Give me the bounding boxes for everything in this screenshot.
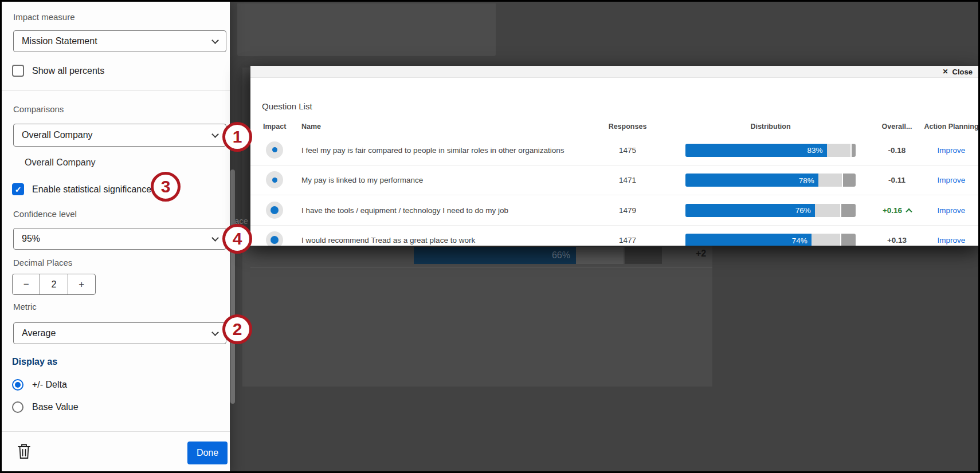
bar-segment-unfavorable bbox=[841, 234, 856, 246]
metric-value: Average bbox=[22, 328, 56, 338]
footer-divider bbox=[2, 431, 230, 432]
bar-segment-favorable: 76% bbox=[685, 204, 815, 217]
bar-segment-neutral bbox=[818, 174, 842, 187]
bar-percent-label: 76% bbox=[795, 206, 811, 215]
done-button[interactable]: Done bbox=[187, 442, 228, 464]
responses-value: 1477 bbox=[589, 236, 667, 245]
table-row[interactable]: I feel my pay is fair compared to people… bbox=[250, 135, 980, 165]
distribution-bar: 76% bbox=[685, 204, 856, 217]
dimmed-bar-segment-dark bbox=[625, 247, 662, 264]
impact-dot bbox=[266, 202, 283, 219]
bar-segment-favorable: 78% bbox=[685, 174, 818, 187]
impact-dot-inner bbox=[272, 178, 277, 183]
close-button[interactable]: ✕ Close bbox=[943, 68, 973, 76]
dimmed-row-divider bbox=[250, 267, 712, 268]
question-list-title: Question List bbox=[262, 101, 312, 111]
confidence-level-value: 95% bbox=[22, 234, 40, 244]
question-name: I would recommend Tread as a great place… bbox=[301, 236, 475, 245]
column-header-distribution: Distribution bbox=[685, 123, 856, 131]
column-header-action-planning: Action Planning bbox=[911, 123, 980, 131]
responses-value: 1479 bbox=[589, 206, 667, 214]
responses-value: 1475 bbox=[589, 145, 667, 154]
improve-link[interactable]: Improve bbox=[911, 236, 980, 245]
impact-measure-select[interactable]: Mission Statement bbox=[13, 30, 226, 52]
column-header-name: Name bbox=[301, 123, 321, 131]
settings-panel-scrollbar[interactable] bbox=[230, 170, 235, 404]
impact-dot bbox=[266, 141, 283, 159]
impact-dot-inner bbox=[271, 236, 279, 244]
question-list-panel: ✕ Close Question List Impact Name Respon… bbox=[250, 66, 980, 246]
improve-link[interactable]: Improve bbox=[911, 145, 980, 154]
settings-panel: Impact measure Mission Statement ✓ Show … bbox=[2, 2, 230, 473]
bar-segment-unfavorable bbox=[852, 144, 856, 157]
distribution-bar: 78% bbox=[685, 174, 856, 187]
annotation-badge-4: 4 bbox=[222, 224, 252, 254]
metric-select[interactable]: Average bbox=[13, 322, 226, 344]
confidence-level-label: Confidence level bbox=[13, 209, 77, 219]
bar-segment-favorable: 83% bbox=[685, 144, 827, 157]
dimmed-distribution-bar: 66% bbox=[414, 247, 576, 264]
show-all-percents-label: Show all percents bbox=[32, 66, 104, 76]
bar-segment-neutral bbox=[812, 234, 840, 246]
show-all-percents-row[interactable]: ✓ Show all percents bbox=[12, 65, 104, 77]
base-value-radio[interactable] bbox=[12, 401, 23, 413]
impact-dot-inner bbox=[271, 206, 279, 214]
bar-segment-neutral bbox=[815, 204, 841, 217]
comparison-item[interactable]: Overall Company bbox=[25, 157, 96, 168]
impact-dot-inner bbox=[272, 147, 277, 152]
chevron-down-icon bbox=[211, 131, 219, 138]
distribution-bar: 83% bbox=[685, 144, 856, 157]
question-name: I have the tools / equipment / technolog… bbox=[301, 206, 508, 214]
annotation-badge-1: 1 bbox=[222, 122, 252, 152]
question-list-topbar: ✕ Close bbox=[250, 66, 980, 78]
column-header-responses: Responses bbox=[589, 123, 667, 131]
bar-percent-label: 74% bbox=[792, 236, 807, 245]
display-as-label: Display as bbox=[12, 357, 57, 367]
bar-percent-label: 83% bbox=[807, 146, 822, 155]
dimmed-bar-percent: 66% bbox=[552, 250, 570, 261]
stat-sig-label: Enable statistical significance bbox=[32, 184, 151, 195]
table-row[interactable]: My pay is linked to my performance147178… bbox=[250, 165, 980, 196]
display-as-option-delta[interactable]: +/- Delta bbox=[12, 379, 67, 391]
chevron-down-icon bbox=[211, 329, 219, 336]
delta-radio[interactable] bbox=[12, 379, 23, 391]
dimmed-background-card bbox=[237, 3, 496, 56]
delta-radio-label: +/- Delta bbox=[32, 380, 67, 390]
responses-value: 1471 bbox=[589, 176, 667, 184]
show-all-percents-checkbox[interactable]: ✓ bbox=[12, 65, 24, 77]
stat-sig-checkbox[interactable]: ✓ bbox=[12, 183, 24, 195]
question-name: My pay is linked to my performance bbox=[301, 176, 423, 184]
bar-segment-favorable: 74% bbox=[685, 234, 812, 246]
comparisons-select[interactable]: Overall Company bbox=[13, 124, 226, 147]
trash-icon[interactable] bbox=[17, 443, 33, 461]
chevron-down-icon bbox=[211, 234, 219, 242]
display-as-option-base[interactable]: Base Value bbox=[12, 401, 79, 413]
bar-percent-label: 78% bbox=[799, 176, 814, 184]
screen: ace 66% +2 Impact measure Mission Statem… bbox=[0, 0, 980, 473]
confidence-level-select[interactable]: 95% bbox=[13, 228, 226, 250]
distribution-bar: 74% bbox=[685, 234, 856, 246]
close-icon: ✕ bbox=[943, 68, 948, 76]
table-row[interactable]: I have the tools / equipment / technolog… bbox=[250, 195, 980, 226]
comparisons-label: Comparisons bbox=[13, 104, 64, 114]
decimal-minus-button[interactable]: − bbox=[13, 274, 40, 294]
section-divider bbox=[2, 90, 230, 91]
improve-link[interactable]: Improve bbox=[911, 176, 980, 184]
bar-segment-neutral bbox=[827, 144, 851, 157]
comparisons-value: Overall Company bbox=[22, 130, 93, 140]
decimal-plus-button[interactable]: + bbox=[68, 274, 95, 294]
table-row[interactable]: I would recommend Tread as a great place… bbox=[250, 226, 980, 246]
column-header-impact: Impact bbox=[263, 123, 286, 131]
close-label: Close bbox=[952, 68, 973, 76]
impact-dot bbox=[266, 171, 283, 188]
decimal-places-value: 2 bbox=[40, 274, 68, 294]
dimmed-bar-segment-light bbox=[576, 247, 624, 264]
bar-segment-unfavorable bbox=[841, 204, 856, 217]
impact-measure-value: Mission Statement bbox=[22, 36, 97, 46]
improve-link[interactable]: Improve bbox=[911, 206, 980, 214]
stat-sig-row[interactable]: ✓ Enable statistical significance bbox=[12, 183, 151, 195]
dimmed-overall-value: +2 bbox=[687, 249, 715, 259]
annotation-badge-3: 3 bbox=[151, 172, 181, 202]
annotation-badge-2: 2 bbox=[222, 314, 252, 344]
base-value-radio-label: Base Value bbox=[32, 402, 79, 412]
